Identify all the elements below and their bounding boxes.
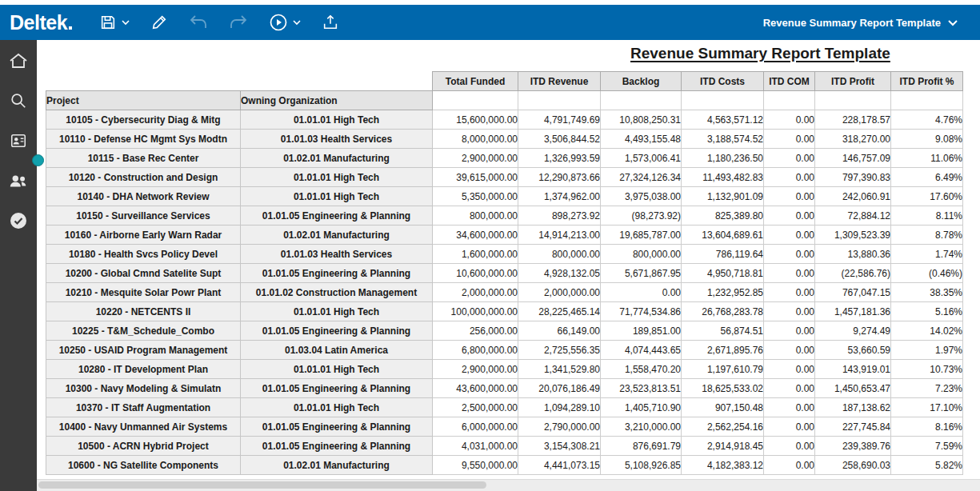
value-cell: 56,874.51: [682, 321, 764, 341]
export-button[interactable]: [322, 14, 339, 31]
org-cell: 01.02.01 Manufacturing: [241, 456, 433, 475]
value-cell: 27,324,126.34: [601, 168, 682, 187]
table-row: 10120 - Construction and Design01.01.01 …: [46, 168, 963, 187]
report-template-selector[interactable]: Revenue Summary Report Template: [763, 17, 958, 29]
table-row: 10600 - NG Satellite Components01.02.01 …: [46, 456, 963, 475]
deltek-logo-text: Deltek: [10, 11, 67, 34]
value-cell: 1,374,962.00: [518, 187, 601, 206]
column-header[interactable]: ITD COM: [764, 72, 815, 91]
value-header-row: Total FundedITD RevenueBacklogITD CostsI…: [46, 72, 963, 91]
sidebar-item-people[interactable]: [0, 164, 37, 199]
scrollbar-thumb[interactable]: [38, 481, 486, 489]
value-cell: 4,182,383.12: [682, 456, 764, 475]
project-cell: 10115 - Base Rec Center: [46, 149, 241, 168]
empty-value-cell: [682, 91, 764, 110]
value-cell: 2,900,000.00: [433, 360, 518, 379]
org-cell: 01.01.03 Health Services: [241, 245, 433, 264]
table-row: 10370 - IT Staff Augmentation01.01.01 Hi…: [46, 398, 963, 417]
empty-value-cell: [518, 91, 601, 110]
project-cell: 10300 - Navy Modeling & Simulatn: [46, 379, 241, 398]
table-row: 10160 - Airborne Early Warn Radar01.02.0…: [46, 226, 963, 245]
value-cell: 100,000,000.00: [433, 302, 518, 321]
sidebar-handle[interactable]: [32, 154, 44, 166]
org-cell: 01.01.05 Engineering & Planning: [241, 417, 433, 437]
value-cell: 2,500,000.00: [433, 398, 518, 417]
value-cell: 10.73%: [891, 360, 963, 379]
value-cell: 0.00: [764, 206, 815, 226]
value-cell: 34,600,000.00: [433, 226, 518, 245]
org-cell: 01.01.05 Engineering & Planning: [241, 379, 433, 398]
value-cell: 1,309,523.39: [815, 226, 891, 245]
value-cell: 1,558,470.20: [601, 360, 682, 379]
column-header[interactable]: Owning Organization: [241, 91, 433, 110]
value-cell: 0.00: [764, 110, 815, 130]
sidebar-item-employee[interactable]: [0, 124, 37, 159]
project-cell: 10200 - Global Cmnd Satelite Supt: [46, 264, 241, 283]
edit-button[interactable]: [150, 14, 168, 31]
value-cell: 2,900,000.00: [433, 149, 518, 168]
project-cell: 10140 - DHA Network Review: [46, 187, 241, 206]
value-cell: 0.00: [764, 379, 815, 398]
undo-icon: [189, 14, 208, 30]
project-cell: 10180 - Health Svcs Policy Devel: [46, 245, 241, 264]
home-icon: [9, 52, 28, 72]
value-cell: 4,928,132.05: [518, 264, 601, 283]
value-cell: 0.00: [764, 168, 815, 187]
value-cell: 318,270.00: [815, 130, 891, 149]
redo-button[interactable]: [229, 14, 248, 30]
value-cell: 825,389.80: [682, 206, 764, 226]
undo-button[interactable]: [189, 14, 208, 30]
column-header[interactable]: ITD Costs: [682, 72, 764, 91]
topbar: Deltek: [0, 5, 980, 40]
sidebar-item-search[interactable]: [0, 84, 37, 119]
save-icon: [99, 14, 117, 31]
value-cell: 0.00: [764, 149, 815, 168]
empty-value-cell: [433, 91, 518, 110]
value-cell: 2,000,000.00: [433, 283, 518, 302]
column-header[interactable]: ITD Revenue: [518, 72, 601, 91]
value-cell: 1,132,901.09: [682, 187, 764, 206]
table-row: 10225 - T&M_Schedule_Combo01.01.05 Engin…: [46, 321, 963, 341]
value-cell: 5.82%: [891, 456, 963, 475]
org-cell: 01.01.05 Engineering & Planning: [241, 206, 433, 226]
org-cell: 01.01.01 High Tech: [241, 110, 433, 130]
value-cell: 4,950,718.81: [682, 264, 764, 283]
value-cell: 1,341,529.80: [518, 360, 601, 379]
redo-icon: [229, 14, 248, 30]
org-cell: 01.01.01 High Tech: [241, 187, 433, 206]
report-title: Revenue Summary Report Template: [630, 45, 890, 62]
value-cell: 1,600,000.00: [433, 245, 518, 264]
value-cell: 13,604,689.61: [682, 226, 764, 245]
value-cell: 6,000,000.00: [433, 417, 518, 437]
value-cell: 800,000.00: [518, 245, 601, 264]
value-cell: 1,405,710.90: [601, 398, 682, 417]
value-cell: 0.00: [764, 130, 815, 149]
value-cell: 2,671,895.76: [682, 341, 764, 360]
org-cell: 01.01.05 Engineering & Planning: [241, 321, 433, 341]
sidebar-item-home[interactable]: [0, 44, 37, 79]
project-cell: 10220 - NETCENTS II: [46, 302, 241, 321]
value-cell: 0.00: [764, 437, 815, 456]
column-header[interactable]: ITD Profit: [815, 72, 891, 91]
project-cell: 10225 - T&M_Schedule_Combo: [46, 321, 241, 341]
run-button[interactable]: [269, 13, 301, 32]
save-button[interactable]: [99, 14, 130, 31]
table-row: 10250 - USAID Program Management01.03.04…: [46, 341, 963, 360]
value-cell: 1,180,236.50: [682, 149, 764, 168]
sidebar-item-navigator[interactable]: [0, 204, 37, 239]
value-cell: 14.02%: [891, 321, 963, 341]
column-header[interactable]: ITD Profit %: [891, 72, 963, 91]
project-cell: 10370 - IT Staff Augmentation: [46, 398, 241, 417]
value-cell: 23,523,813.51: [601, 379, 682, 398]
report-area: Revenue Summary Report Template Total Fu…: [37, 40, 980, 491]
table-row: 10180 - Health Svcs Policy Devel01.01.03…: [46, 245, 963, 264]
org-cell: 01.03.04 Latin America: [241, 341, 433, 360]
column-header[interactable]: Project: [46, 91, 241, 110]
column-header[interactable]: Total Funded: [433, 72, 518, 91]
horizontal-scrollbar[interactable]: [37, 479, 980, 491]
value-cell: 0.00: [764, 456, 815, 475]
value-cell: 4,493,155.48: [601, 130, 682, 149]
column-header[interactable]: Backlog: [601, 72, 682, 91]
value-cell: 7.59%: [891, 437, 963, 456]
value-cell: 0.00: [764, 360, 815, 379]
